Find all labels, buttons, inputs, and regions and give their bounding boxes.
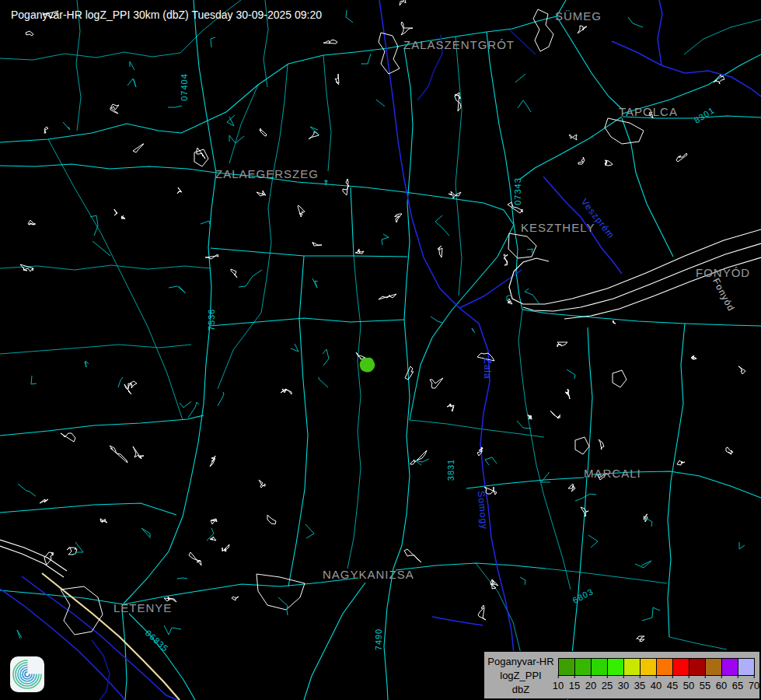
city-label-tapolca: TAPOLCA: [619, 105, 678, 118]
city-label-keszthely: KESZTHELY: [521, 221, 595, 234]
road-label-7490: 7490: [374, 628, 383, 650]
road-label-07343: 07343: [513, 177, 522, 205]
legend-color-cell: [689, 658, 706, 676]
legend-tick: 50: [683, 680, 694, 691]
legend-tick: 70: [749, 680, 759, 691]
city-label-zalaegerszeg: ZALAEGERSZEG: [215, 167, 319, 180]
legend-tick: 55: [700, 680, 710, 691]
legend-unit: dbZ: [486, 683, 556, 697]
city-label-marcali: MARCALI: [584, 467, 641, 480]
road-label-3831: 3831: [446, 459, 456, 481]
legend-color-cell: [623, 658, 641, 676]
legend-color-cell: [721, 658, 738, 676]
lake-balaton-shore: [0, 229, 761, 577]
road-label-7536: 7536: [207, 309, 216, 331]
legend-color-cell: [640, 658, 657, 676]
river-label-zala: Zala: [482, 358, 493, 379]
legend-product: logZ_PPI: [486, 669, 556, 683]
legend-tick: 65: [732, 680, 743, 691]
met-spiral-icon: [10, 656, 44, 692]
legend-color-cell: [705, 658, 722, 676]
radar-map: Poganyvar-HR logZ_PPI 30km (dbZ) Tuesday…: [0, 0, 761, 700]
legend-panel: Poganyvar-HR logZ_PPI dbZ 10 15 20 25 30…: [483, 651, 760, 699]
legend-tick: 25: [602, 680, 613, 691]
legend-color-cell: [591, 658, 608, 676]
legend-color-cell: [672, 658, 689, 676]
legend-color-cell: [738, 658, 755, 676]
legend-tick: 30: [618, 680, 629, 691]
legend-color-cell: [656, 658, 673, 676]
legend-tick: 10: [553, 680, 564, 691]
legend-tick: 60: [716, 680, 727, 691]
legend-color-cell: [607, 658, 624, 676]
hungaromet-logo: [10, 656, 44, 692]
legend-tick: 20: [585, 680, 596, 691]
city-label-letenye: LETENYE: [113, 601, 172, 614]
road-label-07404: 07404: [180, 73, 189, 101]
legend-tick: 45: [667, 680, 678, 691]
legend-tick: 40: [651, 680, 662, 691]
legend-title: Poganyvar-HR logZ_PPI dbZ: [486, 655, 556, 697]
map-title: Poganyvar-HR logZ_PPI 30km (dbZ) Tuesday…: [11, 9, 322, 21]
legend-tick: 35: [634, 680, 645, 691]
radar-echo: [360, 358, 375, 373]
legend-station: Poganyvar-HR: [486, 655, 556, 669]
legend-color-cell: [558, 658, 575, 676]
city-label-zalaszentgrot: ZALASZENTGRÓT: [403, 38, 515, 51]
legend-tick: 15: [569, 680, 580, 691]
city-label-fonyod: FONYÓD: [696, 266, 750, 279]
city-label-sumeg: SÜMEG: [555, 9, 602, 23]
legend-color-cell: [574, 658, 592, 676]
city-label-nagykanizsa: NAGYKANIZSA: [323, 568, 414, 581]
legend-colorbar: [558, 658, 755, 676]
